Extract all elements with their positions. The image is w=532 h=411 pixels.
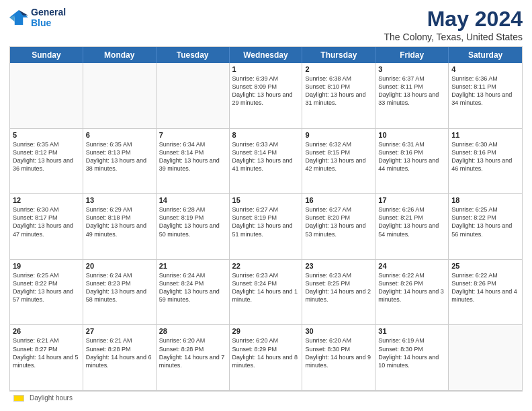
day-number: 17: [378, 196, 445, 204]
cell-info: Sunrise: 6:37 AM Sunset: 8:11 PM Dayligh…: [378, 75, 445, 107]
calendar-header: SundayMondayTuesdayWednesdayThursdayFrid…: [10, 47, 522, 63]
header-day-thursday: Thursday: [302, 47, 375, 63]
cell-info: Sunrise: 6:39 AM Sunset: 8:09 PM Dayligh…: [232, 75, 300, 107]
calendar-row-0: 1Sunrise: 6:39 AM Sunset: 8:09 PM Daylig…: [10, 63, 522, 129]
day-cell-11: 11Sunrise: 6:30 AM Sunset: 8:16 PM Dayli…: [449, 129, 522, 194]
cell-info: Sunrise: 6:35 AM Sunset: 8:13 PM Dayligh…: [86, 140, 153, 173]
day-cell-3: 3Sunrise: 6:37 AM Sunset: 8:11 PM Daylig…: [375, 63, 449, 128]
header-day-monday: Monday: [83, 47, 157, 63]
day-cell-30: 30Sunrise: 6:20 AM Sunset: 8:30 PM Dayli…: [302, 325, 375, 390]
day-cell-19: 19Sunrise: 6:25 AM Sunset: 8:22 PM Dayli…: [10, 260, 83, 325]
day-cell-2: 2Sunrise: 6:38 AM Sunset: 8:10 PM Daylig…: [302, 63, 375, 128]
day-cell-4: 4Sunrise: 6:36 AM Sunset: 8:11 PM Daylig…: [449, 63, 522, 128]
day-number: 21: [159, 262, 226, 270]
day-cell-13: 13Sunrise: 6:29 AM Sunset: 8:18 PM Dayli…: [83, 194, 157, 259]
day-number: 8: [232, 131, 300, 139]
day-cell-21: 21Sunrise: 6:24 AM Sunset: 8:24 PM Dayli…: [157, 260, 230, 325]
day-cell-14: 14Sunrise: 6:28 AM Sunset: 8:19 PM Dayli…: [157, 194, 230, 259]
day-cell-6: 6Sunrise: 6:35 AM Sunset: 8:13 PM Daylig…: [83, 129, 157, 194]
cell-info: Sunrise: 6:20 AM Sunset: 8:30 PM Dayligh…: [305, 336, 372, 369]
day-cell-16: 16Sunrise: 6:27 AM Sunset: 8:20 PM Dayli…: [302, 194, 375, 259]
day-number: 27: [86, 327, 153, 335]
day-number: 19: [13, 262, 80, 270]
cell-info: Sunrise: 6:25 AM Sunset: 8:22 PM Dayligh…: [451, 205, 519, 238]
cell-info: Sunrise: 6:20 AM Sunset: 8:29 PM Dayligh…: [232, 336, 300, 369]
cell-info: Sunrise: 6:23 AM Sunset: 8:25 PM Dayligh…: [305, 271, 372, 304]
day-cell-26: 26Sunrise: 6:21 AM Sunset: 8:27 PM Dayli…: [10, 325, 83, 390]
day-cell-10: 10Sunrise: 6:31 AM Sunset: 8:16 PM Dayli…: [375, 129, 449, 194]
day-cell-empty-4-6: [449, 325, 522, 390]
day-cell-7: 7Sunrise: 6:34 AM Sunset: 8:14 PM Daylig…: [157, 129, 230, 194]
day-cell-empty-0-1: [83, 63, 157, 128]
cell-info: Sunrise: 6:32 AM Sunset: 8:15 PM Dayligh…: [305, 140, 372, 173]
day-number: 13: [86, 196, 153, 204]
day-cell-22: 22Sunrise: 6:23 AM Sunset: 8:24 PM Dayli…: [230, 260, 303, 325]
day-number: 14: [159, 196, 226, 204]
cell-info: Sunrise: 6:21 AM Sunset: 8:28 PM Dayligh…: [86, 336, 153, 369]
cell-info: Sunrise: 6:27 AM Sunset: 8:19 PM Dayligh…: [232, 205, 300, 238]
day-number: 20: [86, 262, 153, 270]
day-cell-20: 20Sunrise: 6:24 AM Sunset: 8:23 PM Dayli…: [83, 260, 157, 325]
day-cell-1: 1Sunrise: 6:39 AM Sunset: 8:09 PM Daylig…: [230, 63, 303, 128]
footer-bar: Daylight hours: [9, 391, 523, 404]
day-cell-27: 27Sunrise: 6:21 AM Sunset: 8:28 PM Dayli…: [83, 325, 157, 390]
header-day-wednesday: Wednesday: [230, 47, 303, 63]
cell-info: Sunrise: 6:20 AM Sunset: 8:28 PM Dayligh…: [159, 336, 226, 369]
day-number: 26: [13, 327, 80, 335]
cell-info: Sunrise: 6:26 AM Sunset: 8:21 PM Dayligh…: [378, 205, 445, 238]
subtitle: The Colony, Texas, United States: [384, 32, 523, 42]
logo-icon: [9, 8, 28, 27]
cell-info: Sunrise: 6:30 AM Sunset: 8:17 PM Dayligh…: [13, 205, 80, 238]
header-day-sunday: Sunday: [10, 47, 83, 63]
calendar-body: 1Sunrise: 6:39 AM Sunset: 8:09 PM Daylig…: [10, 63, 522, 390]
day-number: 30: [305, 327, 372, 335]
header-day-friday: Friday: [375, 47, 449, 63]
calendar-row-4: 26Sunrise: 6:21 AM Sunset: 8:27 PM Dayli…: [10, 325, 522, 390]
cell-info: Sunrise: 6:24 AM Sunset: 8:23 PM Dayligh…: [86, 271, 153, 304]
day-number: 12: [13, 196, 80, 204]
day-number: 1: [232, 65, 300, 73]
day-number: 5: [13, 131, 80, 139]
calendar-row-2: 12Sunrise: 6:30 AM Sunset: 8:17 PM Dayli…: [10, 194, 522, 260]
cell-info: Sunrise: 6:35 AM Sunset: 8:12 PM Dayligh…: [13, 140, 80, 173]
cell-info: Sunrise: 6:22 AM Sunset: 8:26 PM Dayligh…: [451, 271, 519, 304]
footer-label: Daylight hours: [30, 394, 73, 402]
day-cell-12: 12Sunrise: 6:30 AM Sunset: 8:17 PM Dayli…: [10, 194, 83, 259]
header-day-saturday: Saturday: [449, 47, 522, 63]
day-cell-15: 15Sunrise: 6:27 AM Sunset: 8:19 PM Dayli…: [230, 194, 303, 259]
logo: General Blue: [9, 7, 66, 28]
day-cell-25: 25Sunrise: 6:22 AM Sunset: 8:26 PM Dayli…: [449, 260, 522, 325]
cell-info: Sunrise: 6:24 AM Sunset: 8:24 PM Dayligh…: [159, 271, 226, 304]
day-number: 28: [159, 327, 226, 335]
day-number: 4: [451, 65, 519, 73]
cell-info: Sunrise: 6:30 AM Sunset: 8:16 PM Dayligh…: [451, 140, 519, 173]
calendar-row-1: 5Sunrise: 6:35 AM Sunset: 8:12 PM Daylig…: [10, 129, 522, 195]
cell-info: Sunrise: 6:28 AM Sunset: 8:19 PM Dayligh…: [159, 205, 226, 238]
cell-info: Sunrise: 6:25 AM Sunset: 8:22 PM Dayligh…: [13, 271, 80, 304]
day-cell-17: 17Sunrise: 6:26 AM Sunset: 8:21 PM Dayli…: [375, 194, 449, 259]
cell-info: Sunrise: 6:31 AM Sunset: 8:16 PM Dayligh…: [378, 140, 445, 173]
cell-info: Sunrise: 6:34 AM Sunset: 8:14 PM Dayligh…: [159, 140, 226, 173]
daylight-swatch: [13, 395, 24, 402]
day-number: 6: [86, 131, 153, 139]
day-cell-5: 5Sunrise: 6:35 AM Sunset: 8:12 PM Daylig…: [10, 129, 83, 194]
day-cell-empty-0-2: [157, 63, 230, 128]
cell-info: Sunrise: 6:19 AM Sunset: 8:30 PM Dayligh…: [378, 336, 445, 369]
day-cell-29: 29Sunrise: 6:20 AM Sunset: 8:29 PM Dayli…: [230, 325, 303, 390]
day-number: 23: [305, 262, 372, 270]
cell-info: Sunrise: 6:29 AM Sunset: 8:18 PM Dayligh…: [86, 205, 153, 238]
day-number: 29: [232, 327, 300, 335]
day-number: 3: [378, 65, 445, 73]
day-cell-24: 24Sunrise: 6:22 AM Sunset: 8:26 PM Dayli…: [375, 260, 449, 325]
day-number: 31: [378, 327, 445, 335]
page: General Blue May 2024 The Colony, Texas,…: [0, 0, 532, 411]
cell-info: Sunrise: 6:36 AM Sunset: 8:11 PM Dayligh…: [451, 75, 519, 107]
day-cell-28: 28Sunrise: 6:20 AM Sunset: 8:28 PM Dayli…: [157, 325, 230, 390]
day-number: 7: [159, 131, 226, 139]
day-number: 18: [451, 196, 519, 204]
day-cell-23: 23Sunrise: 6:23 AM Sunset: 8:25 PM Dayli…: [302, 260, 375, 325]
day-cell-9: 9Sunrise: 6:32 AM Sunset: 8:15 PM Daylig…: [302, 129, 375, 194]
header-day-tuesday: Tuesday: [157, 47, 230, 63]
day-number: 10: [378, 131, 445, 139]
day-cell-31: 31Sunrise: 6:19 AM Sunset: 8:30 PM Dayli…: [375, 325, 449, 390]
